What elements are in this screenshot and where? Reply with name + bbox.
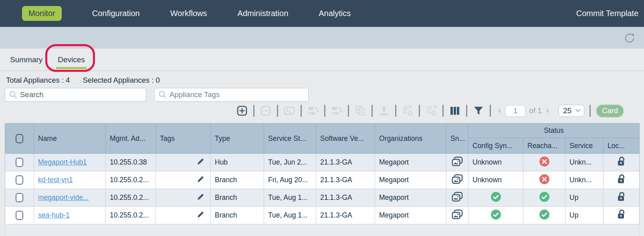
nav-item-workflows[interactable]: Workflows [170,9,207,18]
table-row: kd-test-vn110.255.0.2...BranchFri, Aug 2… [5,171,640,189]
chevron-down-icon [575,109,581,113]
device-link[interactable]: kd-test-vn1 [38,176,73,184]
row-checkbox[interactable] [16,158,23,167]
software-version-cell: 21.1.3-GA [316,154,375,171]
snapshot-icon[interactable] [452,174,463,185]
snapshot-icon[interactable] [452,209,463,220]
row-select-cell [5,171,34,189]
mgmt-address-cell: 10.255.0.2... [106,189,156,207]
copy-config-icon [354,105,366,117]
column-header[interactable]: Sn... [446,124,468,154]
nav-item-analytics[interactable]: Analytics [319,9,351,18]
config-sync-cell: Unknown [468,154,523,171]
row-checkbox[interactable] [16,193,23,202]
page-prev-icon[interactable] [496,107,502,114]
snapshot-icon[interactable] [452,191,463,202]
page-size-select[interactable]: 25 [559,105,584,117]
service-start-cell: Tue, Aug 1... [264,189,316,207]
select-all-header [5,124,34,154]
add-icon[interactable] [236,105,248,117]
service-start-cell: Tue, Jun 2... [264,154,316,171]
row-checkbox[interactable] [16,211,23,220]
toolbar-separator [301,105,302,117]
appliance-tags-input[interactable] [170,88,308,101]
search-input[interactable] [20,88,146,101]
tags-cell [156,171,211,189]
device-link[interactable]: sea-hub-1 [38,211,70,219]
column-header[interactable]: Name [34,124,106,154]
reachability-cell [523,154,565,171]
status-ok-icon [491,191,501,202]
commit-template-button[interactable]: Commit Template [576,9,638,18]
card-view-button[interactable]: Card [596,104,624,118]
page-number-input[interactable] [505,105,525,117]
column-header[interactable]: Type [211,124,264,154]
nav-item-configuration[interactable]: Configuration [92,9,140,18]
appliance-sync-icon [307,105,319,117]
service-cell: Unkn... [565,154,604,171]
snapshot-icon[interactable] [452,156,463,167]
lock-cell [604,207,640,224]
table-row: Megaport-Hub110.255.0.38HubTue, Jun 2...… [5,154,640,171]
unlocked-icon[interactable] [617,191,626,202]
unlocked-icon[interactable] [617,209,626,220]
toolbar-separator [466,105,467,117]
status-error-icon [539,174,550,185]
nav-item-administration[interactable]: Administration [238,9,289,18]
column-header[interactable]: Software Ve... [316,124,375,154]
type-cell: Hub [211,154,264,171]
columns-icon[interactable] [449,105,461,117]
pager: of 1 [496,105,551,117]
nav-item-monitor[interactable]: Monitor [22,6,62,21]
service-cell: Up [565,207,604,224]
edit-tags-icon[interactable] [196,175,205,183]
status-error-icon [539,156,550,167]
toolbar-separator [395,105,396,117]
toolbar-separator [277,105,278,117]
page-next-icon[interactable] [545,107,551,114]
filter-icon[interactable] [472,105,485,117]
column-header[interactable]: Tags [156,124,211,154]
refresh-icon[interactable] [623,32,636,45]
search-box [5,88,146,102]
column-header[interactable]: Mgmt. Ad... [106,124,156,154]
column-header[interactable]: Organizations [375,124,446,154]
device-link[interactable]: Megaport-Hub1 [38,158,87,166]
appliance-stats: Total Appliances : 4 Selected Appliances… [0,71,644,85]
snapshot-cell [446,154,468,171]
status-ok-icon [539,209,550,220]
status-column-header[interactable]: Service [565,138,604,154]
service-start-cell: Fri, Aug 20... [264,171,316,189]
service-cell: Up [565,189,604,207]
tab-summary[interactable]: Summary [6,55,46,64]
row-checkbox[interactable] [16,175,23,185]
template-import-icon [402,105,414,117]
tags-cell [156,207,211,224]
mgmt-address-cell: 10.255.0.38 [106,154,156,171]
service-cell: Unkn... [565,171,604,189]
edit-tags-icon[interactable] [196,210,205,219]
edit-tags-icon[interactable] [196,193,205,201]
device-link[interactable]: megaport-vide... [38,193,89,201]
template-export-icon [425,105,437,117]
toolbar-separator [490,105,491,117]
top-navbar: MonitorConfigurationWorkflowsAdministrat… [0,0,644,27]
tags-cell [156,154,211,171]
table-row: megaport-vide...10.255.0.2...BranchTue, … [5,189,640,207]
unlocked-icon[interactable] [617,174,626,184]
toolbar-separator [371,105,373,117]
status-group-header: Status [468,124,640,138]
status-column-header[interactable]: Reacha... [523,138,565,154]
mgmt-address-cell: 10.255.0.2... [106,171,156,189]
page-count-label: of 1 [529,106,542,115]
select-all-checkbox[interactable] [16,134,23,143]
tab-devices[interactable]: Devices [54,55,89,64]
status-column-header[interactable]: Config Syn... [468,138,523,154]
name-cell: kd-test-vn1 [34,171,106,189]
unlocked-icon[interactable] [617,156,626,167]
toolbar-separator [419,105,420,117]
status-column-header[interactable]: Loc... [604,138,640,154]
edit-tags-icon[interactable] [196,157,205,166]
column-header[interactable]: Service St... [264,124,316,154]
active-tab-underline [56,67,87,69]
